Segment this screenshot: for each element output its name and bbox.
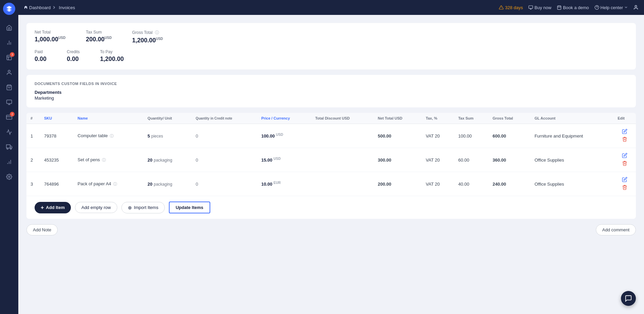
nav-dashboard[interactable]: Dashboard bbox=[24, 5, 56, 10]
user-menu-button[interactable] bbox=[633, 5, 639, 10]
cell-price: 10.00 EUR bbox=[257, 172, 311, 196]
col-edit: Edit bbox=[613, 113, 636, 124]
col-net-total: Net Total USD bbox=[374, 113, 422, 124]
col-sku[interactable]: SKU bbox=[40, 113, 74, 124]
sidebar-item-reports[interactable] bbox=[2, 125, 16, 139]
cell-price: 100.00 USD bbox=[257, 124, 311, 148]
table-row: 2 453235 Set of pens ⓘ 20 packaging 0 15… bbox=[26, 148, 636, 172]
alert-days[interactable]: 328 days bbox=[499, 5, 523, 10]
paid-value: 0.00 bbox=[35, 56, 46, 63]
credits-item: Credits 0.00 bbox=[67, 49, 80, 63]
net-total-item: Net Total 1,000.00USD bbox=[35, 30, 65, 44]
svg-point-16 bbox=[10, 148, 12, 149]
edit-button[interactable] bbox=[622, 177, 627, 183]
tax-sum-label: Tax Sum bbox=[86, 30, 112, 35]
book-demo-button[interactable]: Book a demo bbox=[557, 5, 589, 10]
import-items-button[interactable]: ⊕ Import Items bbox=[121, 202, 165, 213]
cell-price: 15.00 USD bbox=[257, 148, 311, 172]
svg-rect-26 bbox=[558, 6, 561, 9]
sidebar-item-chart[interactable] bbox=[2, 36, 16, 49]
net-total-label: Net Total bbox=[35, 30, 65, 35]
buy-now-label: Buy now bbox=[534, 5, 551, 10]
cell-tax-sum: 100.00 bbox=[454, 124, 488, 148]
svg-point-15 bbox=[7, 148, 8, 149]
delete-button[interactable] bbox=[622, 137, 627, 143]
svg-point-20 bbox=[8, 176, 10, 178]
items-table-section: # SKU Name Quantity/ Unit Quantity in Cr… bbox=[26, 113, 636, 219]
cell-discount bbox=[311, 172, 374, 196]
svg-rect-13 bbox=[6, 145, 10, 148]
cell-num: 1 bbox=[26, 124, 40, 148]
gross-total-value: 1,200.00USD bbox=[132, 37, 163, 44]
cell-tax-pct: VAT 20 bbox=[422, 148, 454, 172]
buy-now-button[interactable]: Buy now bbox=[528, 5, 551, 10]
to-pay-item: To Pay 1,200.00 bbox=[100, 49, 124, 63]
alert-text: 328 days bbox=[505, 5, 523, 10]
dashboard-label: Dashboard bbox=[29, 5, 51, 10]
add-comment-button[interactable]: Add comment bbox=[596, 224, 636, 235]
cell-qty: 5 pieces bbox=[143, 124, 192, 148]
delete-button[interactable] bbox=[622, 185, 627, 191]
cell-net-total: 200.00 bbox=[374, 172, 422, 196]
sidebar-item-settings[interactable] bbox=[2, 170, 16, 184]
action-buttons-row: + Add Item Add empty row ⊕ Import Items … bbox=[26, 196, 636, 219]
sidebar-item-orders[interactable] bbox=[2, 81, 16, 94]
nav-actions: 328 days Buy now Book a demo Help center bbox=[499, 5, 639, 10]
cell-sku: 764896 bbox=[40, 172, 74, 196]
cell-tax-pct: VAT 20 bbox=[422, 124, 454, 148]
help-center-button[interactable]: Help center bbox=[594, 5, 628, 10]
table-row: 3 764896 Pack of paper A4 ⓘ 20 packaging… bbox=[26, 172, 636, 196]
add-empty-row-label: Add empty row bbox=[81, 205, 111, 210]
sidebar-item-contacts[interactable] bbox=[2, 66, 16, 79]
cell-tax-pct: VAT 20 bbox=[422, 172, 454, 196]
sidebar-item-home[interactable] bbox=[2, 21, 16, 35]
cell-qty-credit: 0 bbox=[192, 124, 257, 148]
department-label: Departments bbox=[35, 90, 628, 95]
cell-sku: 453235 bbox=[40, 148, 74, 172]
sidebar-item-products[interactable] bbox=[2, 96, 16, 109]
update-items-label: Update Items bbox=[176, 205, 203, 210]
invoices-label: Invoices bbox=[59, 5, 75, 10]
svg-point-32 bbox=[635, 5, 637, 7]
cell-gross-total: 600.00 bbox=[488, 124, 530, 148]
col-name[interactable]: Name bbox=[74, 113, 143, 124]
summary-row-2: Paid 0.00 Credits 0.00 To Pay 1,200.00 bbox=[35, 49, 628, 63]
edit-button[interactable] bbox=[622, 153, 627, 159]
cell-qty-credit: 0 bbox=[192, 148, 257, 172]
add-note-button[interactable]: Add Note bbox=[26, 224, 58, 235]
breadcrumb: Dashboard Invoices bbox=[24, 5, 75, 10]
chat-bubble[interactable] bbox=[621, 291, 636, 306]
info-icon: ⓘ bbox=[113, 182, 117, 186]
add-item-label: Add Item bbox=[46, 205, 65, 210]
app-logo[interactable] bbox=[3, 3, 15, 15]
sidebar-item-invoices[interactable]: 3 bbox=[2, 51, 16, 64]
sidebar-item-payments[interactable]: 2 bbox=[2, 110, 16, 124]
cell-gl-account: Furniture and Equipment bbox=[530, 124, 613, 148]
sidebar-item-trucks[interactable] bbox=[2, 140, 16, 154]
items-table: # SKU Name Quantity/ Unit Quantity in Cr… bbox=[26, 113, 636, 196]
content-area: Net Total 1,000.00USD Tax Sum 200.00USD … bbox=[18, 15, 644, 314]
delete-button[interactable] bbox=[622, 161, 627, 167]
col-price-currency: Price / Currency bbox=[257, 113, 311, 124]
add-comment-label: Add comment bbox=[602, 227, 629, 232]
cell-num: 2 bbox=[26, 148, 40, 172]
cell-edit bbox=[613, 172, 636, 196]
update-items-button[interactable]: Update Items bbox=[169, 202, 210, 213]
cell-qty-credit: 0 bbox=[192, 172, 257, 196]
payment-badge: 2 bbox=[10, 112, 15, 117]
summary-section: Net Total 1,000.00USD Tax Sum 200.00USD … bbox=[26, 23, 636, 69]
net-total-value: 1,000.00USD bbox=[35, 36, 65, 43]
cell-discount bbox=[311, 124, 374, 148]
book-demo-label: Book a demo bbox=[563, 5, 589, 10]
cell-gl-account: Office Supplies bbox=[530, 172, 613, 196]
edit-button[interactable] bbox=[622, 129, 627, 135]
col-hash: # bbox=[26, 113, 40, 124]
cell-qty: 20 packaging bbox=[143, 148, 192, 172]
add-item-button[interactable]: + Add Item bbox=[35, 202, 71, 213]
nav-invoices[interactable]: Invoices bbox=[59, 5, 75, 10]
sidebar-item-analytics[interactable] bbox=[2, 155, 16, 169]
cell-name: Pack of paper A4 ⓘ bbox=[74, 172, 143, 196]
cell-discount bbox=[311, 148, 374, 172]
add-empty-row-button[interactable]: Add empty row bbox=[75, 202, 117, 213]
invoice-badge: 3 bbox=[10, 52, 15, 57]
